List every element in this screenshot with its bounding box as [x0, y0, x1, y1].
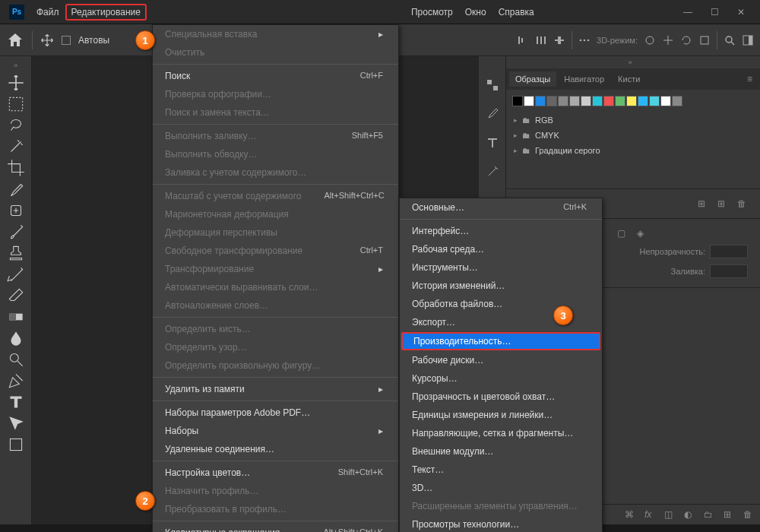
- swatch[interactable]: [546, 96, 557, 106]
- eraser-tool[interactable]: [5, 286, 27, 306]
- menu-auto-align[interactable]: Автоматически выравнивать слои…: [153, 278, 398, 296]
- menu-content-aware-scale[interactable]: Масштаб с учетом содержимогоAlt+Shift+Ct…: [153, 187, 398, 205]
- pref-general[interactable]: Основные…Ctrl+K: [400, 198, 602, 217]
- menu-presets[interactable]: Наборы▸: [153, 422, 398, 440]
- tab-brushes[interactable]: Кисти: [612, 71, 646, 87]
- pref-history[interactable]: История изменений…: [400, 277, 602, 295]
- char-panel-icon[interactable]: [485, 135, 500, 150]
- stamp-tool[interactable]: [5, 243, 27, 263]
- marquee-tool[interactable]: [5, 94, 27, 114]
- opacity-input[interactable]: [710, 245, 748, 258]
- pref-performance[interactable]: Производительность…: [401, 332, 600, 350]
- pref-units[interactable]: Единицы измерения и линейки…: [400, 406, 602, 424]
- menu-pdf-presets[interactable]: Наборы параметров Adobe PDF…: [153, 404, 398, 422]
- align-icon[interactable]: [517, 34, 529, 46]
- pan-icon[interactable]: [662, 34, 674, 46]
- menu-define-pattern[interactable]: Определить узор…: [153, 338, 398, 356]
- pref-3d[interactable]: 3D…: [400, 479, 602, 497]
- menu-view[interactable]: Просмотр: [405, 4, 459, 21]
- menu-file[interactable]: Файл: [30, 4, 65, 21]
- menu-color-settings[interactable]: Настройка цветов…Shift+Ctrl+K: [153, 464, 398, 482]
- swatch[interactable]: [649, 96, 660, 106]
- menu-auto-blend[interactable]: Автоналожение слоев…: [153, 296, 398, 315]
- blur-tool[interactable]: [5, 328, 27, 348]
- healing-tool[interactable]: [5, 201, 27, 220]
- swatch[interactable]: [524, 96, 534, 106]
- move-tool[interactable]: [5, 73, 27, 93]
- scale-icon[interactable]: [698, 34, 711, 46]
- mask-icon[interactable]: ◫: [664, 509, 675, 520]
- move-tool-icon[interactable]: [40, 33, 54, 47]
- panel-menu-icon[interactable]: ≡: [743, 74, 757, 84]
- color-panel-icon[interactable]: [485, 78, 500, 93]
- folder-cmyk[interactable]: ▸🖿CMYK: [506, 128, 760, 143]
- pref-cursors[interactable]: Курсоры…: [400, 369, 602, 388]
- distribute-icon[interactable]: [553, 34, 565, 46]
- adj-icon[interactable]: ◐: [684, 509, 695, 520]
- swatch[interactable]: [535, 96, 546, 106]
- align-icon-2[interactable]: [535, 34, 547, 46]
- history-brush-tool[interactable]: [5, 264, 27, 284]
- tab-navigator[interactable]: Навигатор: [558, 71, 610, 87]
- pref-tools[interactable]: Инструменты…: [400, 258, 602, 277]
- swatch[interactable]: [569, 96, 580, 106]
- shape-icon[interactable]: ▢: [617, 228, 628, 239]
- menu-free-transform[interactable]: Свободное трансформированиеCtrl+T: [153, 242, 398, 260]
- trash-icon[interactable]: 🗑: [743, 509, 754, 520]
- new-layer-icon[interactable]: ⊞: [724, 509, 734, 520]
- pen-tool[interactable]: [5, 371, 27, 391]
- rotate-icon[interactable]: [680, 34, 692, 46]
- menu-puppet-warp[interactable]: Марионеточная деформация: [153, 205, 398, 223]
- swatch[interactable]: [558, 96, 568, 106]
- dodge-tool[interactable]: [5, 350, 27, 369]
- menu-remote-connections[interactable]: Удаленные соединения…: [153, 440, 398, 458]
- swatch[interactable]: [512, 96, 523, 106]
- menu-perspective-warp[interactable]: Деформация перспективы: [153, 223, 398, 242]
- menu-spellcheck[interactable]: Проверка орфографии…: [153, 85, 398, 103]
- menu-window[interactable]: Окно: [459, 4, 492, 21]
- maximize-button[interactable]: ☐: [708, 5, 722, 19]
- eyedropper-tool[interactable]: [5, 179, 27, 199]
- menu-fill[interactable]: Выполнить заливку…Shift+F5: [153, 127, 398, 145]
- expand-button[interactable]: »: [0, 59, 31, 71]
- pref-interface[interactable]: Интерфейс…: [400, 222, 602, 240]
- pref-type[interactable]: Текст…: [400, 461, 602, 479]
- menu-content-aware-fill[interactable]: Заливка с учетом содержимого…: [153, 163, 398, 182]
- trash-icon[interactable]: 🗑: [737, 198, 748, 209]
- expand-button[interactable]: »: [506, 56, 760, 68]
- gradient-tool[interactable]: [5, 307, 27, 327]
- link-icon[interactable]: ⌘: [625, 509, 635, 520]
- menu-assign-profile[interactable]: Назначить профиль…: [153, 482, 398, 500]
- swatch[interactable]: [581, 96, 591, 106]
- menu-convert-profile[interactable]: Преобразовать в профиль…: [153, 500, 398, 518]
- folder-rgb[interactable]: ▸🖿RGB: [506, 112, 760, 128]
- menu-edit[interactable]: Редактирование: [65, 4, 147, 21]
- menu-keyboard-shortcuts[interactable]: Клавиатурные сокращения…Alt+Shift+Ctrl+K: [153, 524, 398, 532]
- lasso-tool[interactable]: [5, 116, 27, 135]
- path-tool[interactable]: [5, 413, 27, 433]
- pref-scratch-disks[interactable]: Рабочие диски…: [400, 351, 602, 369]
- close-button[interactable]: ✕: [734, 5, 748, 19]
- fill-input[interactable]: [710, 264, 748, 278]
- orbit-icon[interactable]: [644, 34, 656, 46]
- workspace-icon[interactable]: [742, 34, 754, 46]
- pref-guides[interactable]: Направляющие, сетка и фрагменты…: [400, 424, 602, 442]
- menu-paste-special[interactable]: Специальная вставка▸: [153, 25, 398, 43]
- pref-transparency[interactable]: Прозрачность и цветовой охват…: [400, 388, 602, 406]
- tools-panel-icon[interactable]: [485, 164, 500, 179]
- fx-text-icon[interactable]: fx: [644, 509, 655, 520]
- new-icon-2[interactable]: ⊞: [717, 198, 728, 209]
- swatch[interactable]: [615, 96, 625, 106]
- menu-search[interactable]: ПоискCtrl+F: [153, 67, 398, 85]
- swatch[interactable]: [603, 96, 614, 106]
- menu-purge[interactable]: Удалить из памяти▸: [153, 380, 398, 398]
- menu-define-brush[interactable]: Определить кисть…: [153, 320, 398, 338]
- crop-tool[interactable]: [5, 158, 27, 178]
- brush-panel-icon[interactable]: [485, 106, 500, 122]
- search-icon[interactable]: [724, 34, 736, 46]
- overflow-icon[interactable]: [578, 34, 591, 46]
- swatch[interactable]: [626, 96, 637, 106]
- pref-tech-previews[interactable]: Просмотры технологии…: [400, 515, 602, 532]
- minimize-button[interactable]: —: [680, 5, 695, 19]
- menu-stroke[interactable]: Выполнить обводку…: [153, 145, 398, 163]
